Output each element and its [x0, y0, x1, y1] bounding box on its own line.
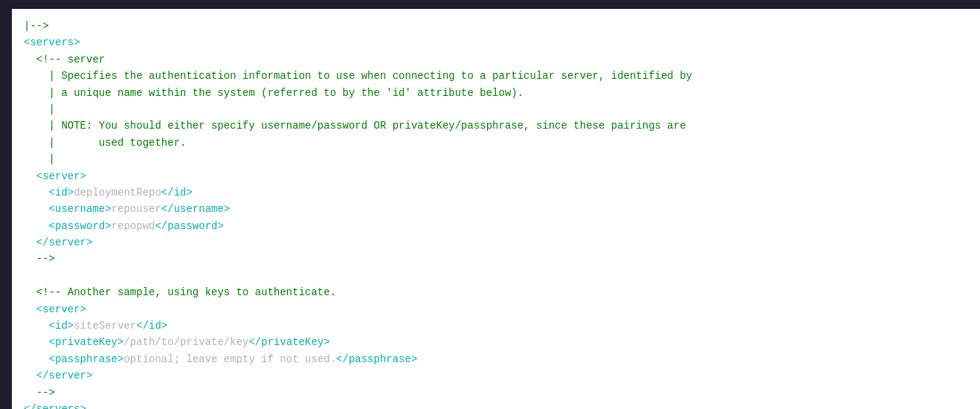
- code-line: <id>deploymentRepo</id>: [24, 184, 980, 201]
- code-line: </server>: [24, 234, 980, 251]
- code-line: <privateKey>/path/to/private/key</privat…: [24, 334, 980, 350]
- code-line: |-->: [24, 18, 980, 34]
- code-block: |--><servers> <!-- server | Specifies th…: [24, 18, 980, 409]
- code-line: <server>: [24, 168, 980, 184]
- code-line: | used together.: [24, 135, 980, 151]
- code-line: <password>repopwd</password>: [24, 218, 980, 234]
- code-line: | NOTE: You should either specify userna…: [24, 117, 980, 134]
- code-line: <passphrase>optional; leave empty if not…: [24, 351, 980, 367]
- code-container: |--><servers> <!-- server | Specifies th…: [12, 9, 980, 409]
- code-line: | a unique name within the system (refer…: [24, 85, 980, 101]
- code-line: <servers>: [24, 34, 980, 51]
- code-line: |: [24, 151, 980, 167]
- code-line: -->: [24, 384, 980, 401]
- code-line: [24, 268, 980, 284]
- code-line: <server>: [24, 301, 980, 318]
- code-line: | Specifies the authentication informati…: [24, 68, 980, 84]
- code-line: </server>: [24, 367, 980, 384]
- code-line: |: [24, 101, 980, 117]
- code-line: <id>siteServer</id>: [24, 318, 980, 334]
- code-line: <username>repouser</username>: [24, 201, 980, 217]
- code-line: <!-- server: [24, 51, 980, 68]
- code-line: <!-- Another sample, using keys to authe…: [24, 284, 980, 300]
- code-line: </servers>: [24, 401, 980, 409]
- code-line: -->: [24, 251, 980, 267]
